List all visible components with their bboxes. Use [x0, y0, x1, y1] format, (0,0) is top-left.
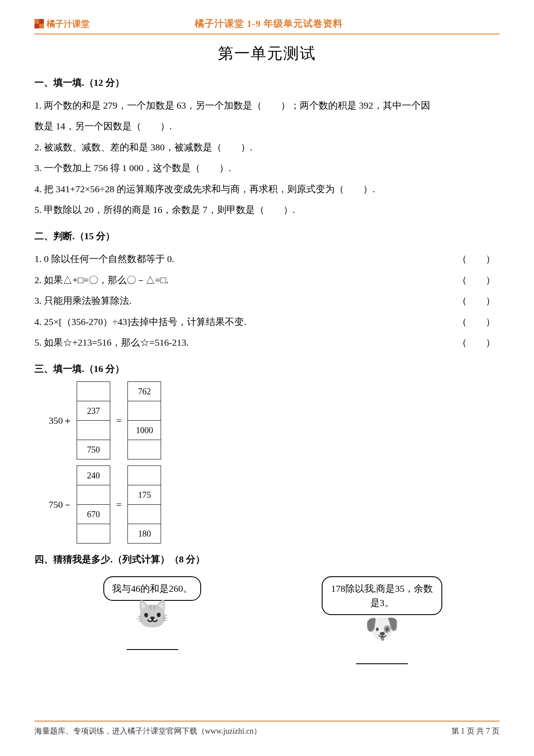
page: 橘子汁课堂 橘子汁课堂 1-9 年级单元试卷资料 第一单元测试 一、填一填.（1…	[0, 0, 534, 756]
eq1-l0	[77, 381, 110, 401]
eq2-label: 750－	[39, 498, 72, 511]
fig-2: 178除以我,商是35，余数是3。 🐶	[322, 576, 442, 664]
eq2-sign: =	[115, 499, 123, 510]
s2-q3-paren: （ ）	[457, 291, 500, 311]
eq1-r0: 762	[127, 381, 161, 401]
s1-q1a: 1. 两个数的和是 279，一个加数是 63，另一个加数是（ ）；两个数的积是 …	[34, 95, 500, 116]
eq2-r0	[127, 465, 161, 485]
eq2-left-col: 240 670	[77, 465, 110, 544]
s1-q5: 5. 甲数除以 20，所得的商是 16，余数是 7，则甲数是（ ）.	[34, 200, 500, 220]
s2-q2-paren: （ ）	[457, 270, 500, 291]
speech-bubble-2: 178除以我,商是35，余数是3。	[322, 576, 442, 615]
eq1-right-col: 762 1000	[127, 381, 161, 459]
s2-q5-text: 5. 如果☆+213=516，那么☆=516-213.	[34, 332, 189, 353]
fig-1: 我与46的和是260。 🐱	[103, 576, 201, 664]
header-title: 橘子汁课堂 1-9 年级单元试卷资料	[90, 17, 448, 30]
eq2-r3: 180	[127, 524, 161, 544]
s2-q4-text: 4. 25×[（356-270）÷43]去掉中括号，计算结果不变.	[34, 312, 246, 332]
eq2-l0: 240	[77, 465, 110, 485]
s1-q3: 3. 一个数加上 756 得 1 000，这个数是（ ）.	[34, 158, 500, 178]
s2-q2-text: 2. 如果△+□=〇，那么〇－△=□.	[34, 270, 168, 291]
eq1-l2	[77, 420, 110, 440]
eq2-l2: 670	[77, 504, 110, 524]
section4-title: 四、猜猜我是多少.（列式计算）（8 分）	[34, 553, 500, 566]
eq2-right-col: 175 180	[127, 465, 161, 544]
section3-body: 350＋ 237 750 = 762 1000 750－ 240 670	[39, 381, 500, 544]
speech-bubble-1: 我与46的和是260。	[103, 576, 201, 601]
eq1-r1	[127, 401, 161, 421]
s2-q1-text: 1. 0 除以任何一个自然数都等于 0.	[34, 249, 174, 269]
s2-q4: 4. 25×[（356-270）÷43]去掉中括号，计算结果不变. （ ）	[34, 312, 500, 332]
s2-q3-text: 3. 只能用乘法验算除法.	[34, 291, 132, 311]
eq2-r2	[127, 504, 161, 524]
section3-title: 三、填一填.（16 分）	[34, 362, 500, 375]
s2-q1: 1. 0 除以任何一个自然数都等于 0. （ ）	[34, 249, 500, 269]
eq-block-1: 350＋ 237 750 = 762 1000	[39, 381, 500, 459]
answer-line-2	[356, 650, 408, 664]
section2-title: 二、判断.（15 分）	[34, 230, 500, 243]
eq1-label: 350＋	[39, 414, 72, 427]
eq1-r3	[127, 440, 161, 459]
section4-figures: 我与46的和是260。 🐱 178除以我,商是35，余数是3。 🐶	[103, 576, 500, 664]
eq-block-2: 750－ 240 670 = 175 180	[39, 465, 500, 544]
dog-icon: 🐶	[365, 615, 399, 643]
eq1-r2: 1000	[127, 420, 161, 440]
page-footer: 海量题库、专项训练，进入橘子汁课堂官网下载（www.juzizhi.cn） 第 …	[34, 721, 500, 736]
brand-text: 橘子汁课堂	[47, 18, 90, 30]
answer-line-1	[127, 636, 178, 650]
eq1-l3: 750	[77, 440, 110, 459]
eq1-l1: 237	[77, 401, 110, 421]
cat-icon: 🐱	[135, 601, 170, 628]
s1-q4: 4. 把 341+72×56÷28 的运算顺序改变成先求和与商，再求积，则原式变…	[34, 179, 500, 200]
brand: 橘子汁课堂	[34, 18, 90, 30]
s2-q3: 3. 只能用乘法验算除法. （ ）	[34, 291, 500, 311]
s2-q4-paren: （ ）	[457, 312, 500, 332]
footer-left: 海量题库、专项训练，进入橘子汁课堂官网下载（www.juzizhi.cn）	[34, 726, 261, 736]
eq2-l3	[77, 524, 110, 544]
s2-q2: 2. 如果△+□=〇，那么〇－△=□. （ ）	[34, 270, 500, 291]
s2-q5-paren: （ ）	[457, 332, 500, 353]
footer-right: 第 1 页 共 7 页	[451, 726, 500, 736]
s1-q2: 2. 被减数、减数、差的和是 380，被减数是（ ）.	[34, 137, 500, 158]
s2-q5: 5. 如果☆+213=516，那么☆=516-213. （ ）	[34, 332, 500, 353]
s2-q1-paren: （ ）	[457, 249, 500, 269]
eq2-l1	[77, 485, 110, 505]
eq1-left-col: 237 750	[77, 381, 110, 459]
eq1-sign: =	[115, 415, 123, 426]
section1-title: 一、填一填.（12 分）	[34, 76, 500, 89]
brand-logo-icon	[34, 19, 44, 28]
s1-q1b: 数是 14，另一个因数是（ ）.	[34, 116, 500, 137]
main-title: 第一单元测试	[34, 43, 500, 64]
page-header: 橘子汁课堂 橘子汁课堂 1-9 年级单元试卷资料	[34, 17, 500, 34]
eq2-r1: 175	[127, 485, 161, 505]
